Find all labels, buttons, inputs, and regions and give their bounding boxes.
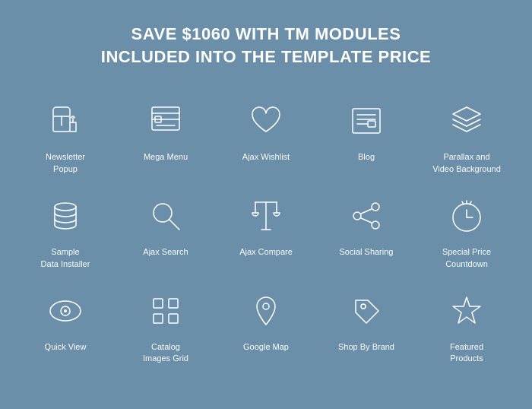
svg-point-14 bbox=[55, 203, 76, 211]
svg-point-23 bbox=[353, 212, 361, 220]
svg-point-35 bbox=[64, 309, 67, 312]
svg-rect-36 bbox=[154, 299, 163, 308]
social-sharing-label: Social Sharing bbox=[340, 246, 394, 258]
svg-rect-3 bbox=[152, 107, 179, 130]
item-ajax-search: Ajax Search bbox=[116, 185, 216, 281]
item-blog: Blog bbox=[316, 90, 416, 185]
svg-line-25 bbox=[361, 209, 372, 214]
featured-label: FeaturedProducts bbox=[450, 341, 483, 365]
svg-point-15 bbox=[154, 204, 172, 222]
shop-by-brand-icon bbox=[344, 288, 389, 334]
svg-rect-8 bbox=[353, 109, 380, 133]
item-ajax-compare: Ajax Compare bbox=[216, 185, 316, 281]
item-quick-view: Quick View bbox=[15, 281, 116, 376]
item-sample-data: SampleData Installer bbox=[15, 185, 116, 281]
svg-marker-42 bbox=[453, 297, 480, 323]
svg-rect-38 bbox=[154, 314, 163, 323]
special-price-icon bbox=[444, 193, 489, 239]
blog-label: Blog bbox=[358, 151, 375, 163]
ajax-compare-icon bbox=[243, 193, 289, 239]
shop-by-brand-label: Shop By Brand bbox=[338, 341, 394, 353]
item-shop-by-brand: Shop By Brand bbox=[316, 281, 416, 376]
item-newsletter-popup: NewsletterPopup bbox=[15, 90, 116, 185]
item-parallax-video: Parallax andVideo Background bbox=[416, 90, 517, 185]
catalog-images-icon bbox=[143, 288, 188, 334]
sample-data-label: SampleData Installer bbox=[41, 246, 90, 270]
headline: SAVE $1060 WITH TM MODULES INCLUDED INTO… bbox=[101, 23, 431, 68]
newsletter-popup-icon bbox=[43, 98, 88, 144]
item-ajax-wishlist: Ajax Wishlist bbox=[216, 90, 316, 185]
item-google-map: Google Map bbox=[216, 281, 316, 376]
ajax-search-icon bbox=[143, 193, 188, 239]
item-mega-menu: Mega Menu bbox=[116, 90, 216, 185]
svg-point-41 bbox=[361, 304, 366, 309]
parallax-video-label: Parallax andVideo Background bbox=[432, 151, 501, 175]
ajax-wishlist-label: Ajax Wishlist bbox=[242, 151, 290, 163]
item-special-price: Special PriceCountdown bbox=[416, 185, 517, 281]
svg-line-16 bbox=[169, 220, 179, 230]
ajax-wishlist-icon bbox=[243, 98, 289, 144]
headline-line2: INCLUDED INTO THE TEMPLATE PRICE bbox=[101, 47, 431, 66]
ajax-search-label: Ajax Search bbox=[143, 246, 188, 258]
main-container: SAVE $1060 WITH TM MODULES INCLUDED INTO… bbox=[0, 0, 532, 409]
modules-grid: NewsletterPopup Mega Menu bbox=[15, 90, 517, 375]
svg-rect-39 bbox=[169, 314, 178, 323]
parallax-video-icon bbox=[444, 98, 489, 144]
item-catalog-images: CatalogImages Grid bbox=[116, 281, 216, 376]
social-sharing-icon bbox=[344, 193, 389, 239]
mega-menu-icon bbox=[143, 98, 188, 144]
quick-view-icon bbox=[43, 288, 88, 334]
svg-point-22 bbox=[372, 203, 379, 211]
google-map-label: Google Map bbox=[243, 341, 289, 353]
headline-line1: SAVE $1060 WITH TM MODULES bbox=[131, 24, 401, 43]
sample-data-icon bbox=[43, 193, 88, 239]
svg-rect-37 bbox=[169, 299, 178, 308]
google-map-icon bbox=[243, 288, 289, 334]
ajax-compare-label: Ajax Compare bbox=[239, 246, 293, 258]
special-price-label: Special PriceCountdown bbox=[442, 246, 491, 270]
item-featured: FeaturedProducts bbox=[416, 281, 517, 376]
item-social-sharing: Social Sharing bbox=[316, 185, 416, 281]
blog-icon bbox=[344, 98, 389, 144]
svg-line-26 bbox=[361, 218, 372, 223]
catalog-images-label: CatalogImages Grid bbox=[143, 341, 188, 365]
svg-point-24 bbox=[372, 221, 379, 229]
svg-point-40 bbox=[263, 303, 269, 309]
newsletter-popup-label: NewsletterPopup bbox=[46, 151, 85, 175]
featured-icon bbox=[444, 288, 489, 334]
svg-rect-12 bbox=[368, 121, 375, 127]
svg-marker-13 bbox=[453, 107, 480, 121]
quick-view-label: Quick View bbox=[45, 341, 87, 353]
mega-menu-label: Mega Menu bbox=[144, 151, 188, 163]
